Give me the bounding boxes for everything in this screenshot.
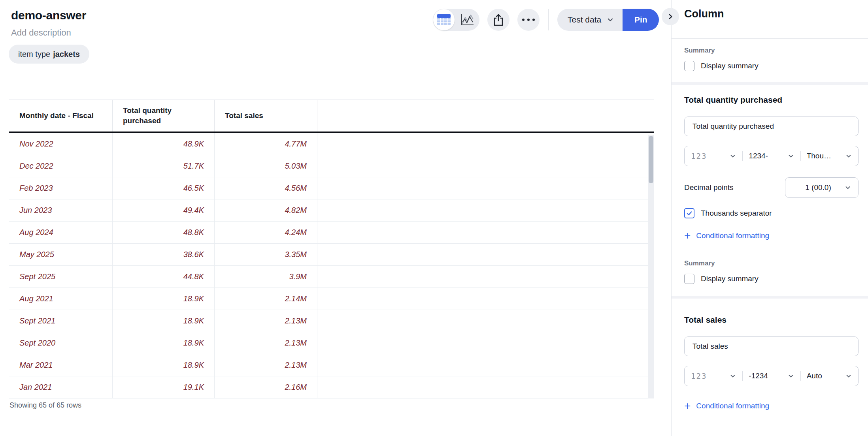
collapse-panel-button[interactable]: [662, 8, 679, 25]
chevron-down-icon: [730, 153, 736, 159]
pin-label: Pin: [634, 15, 647, 24]
main-area: demo-answer Add description item type ja…: [0, 0, 671, 436]
decimal-points-label: Decimal points: [684, 183, 734, 192]
cell-empty: [317, 332, 654, 354]
table-row: Sept 202018.9K2.13M: [9, 332, 654, 354]
cell-value: 18.9K: [113, 354, 215, 376]
quantity-units-select[interactable]: Thou…: [800, 146, 858, 166]
column-header-date[interactable]: Monthly date - Fiscal: [9, 100, 113, 132]
table-icon: [437, 14, 451, 26]
table-row: Aug 202118.9K2.14M: [9, 288, 654, 310]
section-divider: [672, 296, 868, 299]
cell-month: Feb 2023: [9, 177, 113, 199]
display-summary-label: Display summary: [701, 62, 759, 70]
sales-conditional-formatting-link[interactable]: + Conditional formatting: [684, 400, 859, 412]
table-header: Monthly date - Fiscal Total quantity pur…: [9, 100, 654, 133]
quantity-type-select[interactable]: 123: [685, 146, 742, 166]
column-header-sales[interactable]: Total sales: [215, 100, 317, 132]
cell-month: Sept 2020: [9, 332, 113, 354]
quantity-conditional-formatting-link[interactable]: + Conditional formatting: [684, 230, 859, 241]
units-value: Thou…: [807, 152, 831, 160]
sales-name-input[interactable]: [684, 336, 859, 356]
sales-type-select[interactable]: 123: [685, 366, 742, 386]
cell-empty: [317, 222, 654, 243]
cell-month: Sept 2021: [9, 310, 113, 332]
plus-icon: +: [684, 400, 691, 412]
cell-value: 18.9K: [113, 310, 215, 332]
table-row: Aug 202448.8K4.24M: [9, 222, 654, 244]
pin-button[interactable]: Pin: [623, 9, 659, 31]
cell-value: 2.13M: [215, 332, 317, 354]
check-icon: [686, 210, 693, 216]
cell-value: 4.77M: [215, 133, 317, 155]
units-value: Auto: [807, 372, 822, 380]
plus-icon: +: [684, 230, 691, 241]
cell-month: May 2025: [9, 244, 113, 265]
thousands-separator-checkbox[interactable]: [684, 208, 694, 218]
cell-empty: [317, 310, 654, 332]
cell-empty: [317, 376, 654, 398]
view-toggle: [433, 9, 479, 31]
conditional-formatting-label: Conditional formatting: [696, 402, 769, 410]
summary-label: Summary: [684, 259, 859, 267]
table-row: Nov 202248.9K4.77M: [9, 133, 654, 155]
summary-label: Summary: [684, 47, 859, 54]
chevron-down-icon: [788, 153, 794, 159]
cell-month: Jan 2021: [9, 376, 113, 398]
cell-empty: [317, 199, 654, 221]
chevron-down-icon: [845, 184, 851, 191]
quantity-negative-format-select[interactable]: 1234-: [742, 146, 800, 166]
chevron-down-icon: [788, 373, 794, 379]
chart-view-button[interactable]: [455, 13, 479, 26]
chevron-down-icon: [845, 153, 852, 159]
quantity-display-summary-row: Display summary: [684, 274, 859, 284]
description-placeholder[interactable]: Add description: [11, 28, 71, 38]
page: demo-answer Add description item type ja…: [0, 0, 868, 436]
quantity-display-summary-checkbox[interactable]: [684, 274, 694, 284]
row-count-status: Showing 65 of 65 rows: [9, 401, 81, 410]
display-summary-checkbox[interactable]: [684, 61, 694, 71]
more-options-button[interactable]: [517, 9, 540, 31]
sales-column-section: Total sales 123 -1234 Auto + Conditi: [672, 299, 868, 412]
cell-month: Nov 2022: [9, 133, 113, 155]
cell-empty: [317, 133, 654, 155]
chevron-right-icon: [667, 13, 674, 20]
cell-value: 18.9K: [113, 288, 215, 310]
number-type-icon: 123: [691, 372, 707, 380]
table-row: Feb 202346.5K4.56M: [9, 177, 654, 199]
table-row: Sept 202118.9K2.13M: [9, 310, 654, 332]
table-row: Dec 202251.7K5.03M: [9, 155, 654, 177]
sales-negative-format-select[interactable]: -1234: [742, 366, 800, 386]
table-scrollbar[interactable]: [649, 136, 653, 183]
toolbar-divider: [548, 9, 549, 30]
filter-chip-value: jackets: [53, 50, 80, 59]
cell-value: 48.9K: [113, 133, 215, 155]
display-summary-label: Display summary: [701, 274, 759, 283]
sales-units-select[interactable]: Auto: [800, 366, 858, 386]
cell-value: 49.4K: [113, 199, 215, 221]
test-data-button[interactable]: Test data: [557, 9, 623, 31]
cell-month: Jun 2023: [9, 199, 113, 221]
share-button[interactable]: [487, 9, 509, 31]
column-header-quantity[interactable]: Total quantity purchased: [113, 100, 215, 132]
chart-icon: [460, 13, 474, 26]
page-title: demo-answer: [11, 9, 86, 22]
table-view-button[interactable]: [433, 9, 455, 30]
cell-month: Dec 2022: [9, 155, 113, 177]
cell-value: 2.14M: [215, 288, 317, 310]
cell-month: Aug 2024: [9, 222, 113, 243]
cell-value: 18.9K: [113, 332, 215, 354]
cell-empty: [317, 266, 654, 288]
cell-value: 3.35M: [215, 244, 317, 265]
negative-format-value: 1234-: [749, 152, 768, 160]
panel-header: Column: [672, 0, 868, 39]
decimal-points-row: Decimal points 1 (00.0): [684, 177, 859, 198]
results-table: Monthly date - Fiscal Total quantity pur…: [9, 100, 654, 398]
cell-value: 4.82M: [215, 199, 317, 221]
cell-value: 51.7K: [113, 155, 215, 177]
table-row: Jan 202119.1K2.16M: [9, 376, 654, 398]
quantity-name-input[interactable]: [684, 117, 859, 136]
decimal-points-select[interactable]: 1 (00.0): [785, 177, 859, 198]
chevron-down-icon: [607, 16, 614, 23]
filter-chip[interactable]: item type jackets: [9, 45, 89, 64]
